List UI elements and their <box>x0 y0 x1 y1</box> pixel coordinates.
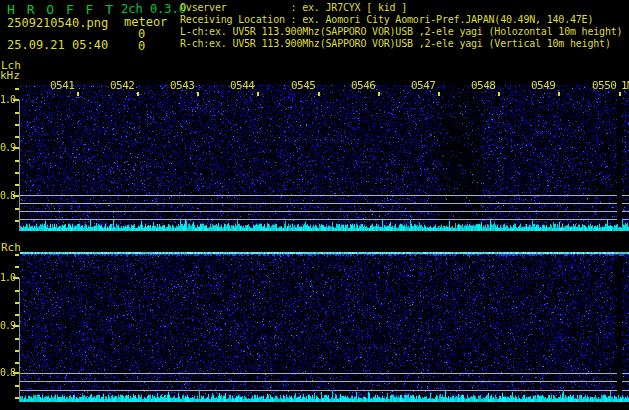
freq-minor-tick <box>15 302 19 304</box>
time-label: 0549 <box>531 80 556 91</box>
version-label: 2ch 0.3.0 <box>121 2 186 16</box>
observer-line: Ovserver : ex. JR7CYX [ kid ] <box>180 2 629 14</box>
minute-tick <box>137 92 139 96</box>
app-title: H R O F F T <box>7 2 115 17</box>
hrofft-screen: H R O F F T 2ch 0.3.0 2509210540.png met… <box>0 0 629 410</box>
lch-spectrogram <box>20 85 629 231</box>
mode-label: meteor <box>124 15 167 29</box>
minute-tick <box>378 92 380 96</box>
freq-minor-tick <box>15 254 19 256</box>
time-label: 0544 <box>230 80 255 91</box>
minute-tick <box>318 92 320 96</box>
minute-tick <box>77 92 79 96</box>
freq-major-tick <box>13 99 19 101</box>
freq-minor-tick <box>15 112 19 114</box>
time-label: 0545 <box>291 80 316 91</box>
freq-minor-tick <box>15 314 19 316</box>
freq-minor-tick <box>15 184 19 186</box>
freq-minor-tick <box>15 220 19 222</box>
freq-minor-tick <box>15 160 19 162</box>
rch-spectrogram <box>20 252 629 402</box>
freq-minor-tick <box>15 362 19 364</box>
freq-minor-tick <box>15 385 19 387</box>
freq-minor-tick <box>15 350 19 352</box>
lch-axis-line <box>19 100 20 231</box>
rch-receiver-line: R-ch:ex. UV5R 113.900Mhz(SAPPORO VOR)USB… <box>180 38 629 50</box>
freq-minor-tick <box>15 397 19 399</box>
freq-minor-tick <box>15 338 19 340</box>
time-label: 0546 <box>351 80 376 91</box>
freq-minor-tick <box>15 290 19 292</box>
minute-tick <box>438 92 440 96</box>
rch-axis-label: Rch <box>1 243 21 253</box>
freq-minor-tick <box>15 266 19 268</box>
minute-tick <box>257 92 259 96</box>
time-label: 0542 <box>110 80 135 91</box>
freq-major-tick <box>13 325 19 327</box>
lch-unit-label: kHz <box>0 71 20 81</box>
freq-minor-tick <box>15 88 19 90</box>
station-info-block: Ovserver : ex. JR7CYX [ kid ] Receiving … <box>180 2 629 54</box>
rch-axis-line <box>19 278 20 402</box>
lch-receiver-line: L-ch:ex. UV5R 113.900Mhz(SAPPORO VOR)USB… <box>180 26 629 38</box>
freq-major-tick <box>13 277 19 279</box>
time-label: 0543 <box>170 80 195 91</box>
freq-major-tick <box>13 372 19 374</box>
time-label: 0541 <box>50 80 75 91</box>
time-overflow-label: 1M <box>621 80 629 91</box>
time-label: 0548 <box>471 80 496 91</box>
minute-tick <box>619 92 621 96</box>
rch-meteor-count: 0 <box>138 39 145 53</box>
time-label: 0550 <box>592 80 617 91</box>
freq-minor-tick <box>15 124 19 126</box>
freq-major-tick <box>13 195 19 197</box>
datetime-label: 25.09.21 05:40 <box>7 38 108 52</box>
minute-tick <box>197 92 199 96</box>
freq-minor-tick <box>15 172 19 174</box>
location-line: Receiving Location : ex. Aomori City Aom… <box>180 14 629 26</box>
minute-tick <box>558 92 560 96</box>
minute-tick <box>498 92 500 96</box>
filename-label: 2509210540.png <box>7 16 108 30</box>
freq-minor-tick <box>15 208 19 210</box>
freq-major-tick <box>13 147 19 149</box>
time-label: 0547 <box>411 80 436 91</box>
freq-minor-tick <box>15 136 19 138</box>
